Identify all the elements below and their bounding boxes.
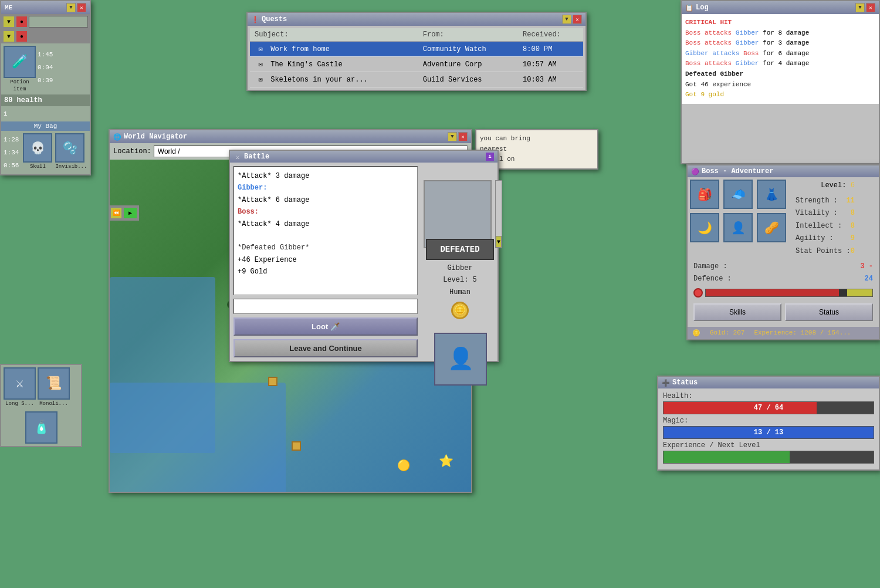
scroll-down-btn[interactable]: ▼ <box>496 236 502 248</box>
vitality-label: Vitality : <box>796 207 838 220</box>
battle-titlebar[interactable]: ⚔️ Battle i <box>230 151 497 163</box>
boss-eq-slot-5[interactable]: 👤 <box>723 213 753 242</box>
map-star: ⭐ <box>439 454 453 468</box>
quest-detail-line-1: you can bring <box>480 134 594 144</box>
leave-continue-button[interactable]: Leave and Continue <box>233 339 418 357</box>
time-3: 0:39 <box>38 74 53 87</box>
boss-eq-slot-2[interactable]: 🧢 <box>723 180 753 209</box>
quests-close-btn[interactable]: ✕ <box>573 15 582 24</box>
status-button[interactable]: Status <box>785 303 873 321</box>
inventory-titlebar[interactable]: ME ▼ ✕ <box>1 1 90 14</box>
strength-value: 11 <box>846 195 854 208</box>
quests-window: ❗ Quests ▼ ✕ Subject: From: Received: ✉️… <box>246 12 587 91</box>
stat-points-value: 0 <box>851 245 855 258</box>
ctrl-down2-btn[interactable]: ▼ <box>3 31 15 42</box>
health-display: 80 health <box>1 94 90 106</box>
loot-box[interactable] <box>424 180 492 248</box>
log-content: CRITICAL HIT Boss attacks Gibber for 8 d… <box>682 14 879 104</box>
ctrl-red2-btn[interactable]: ● <box>16 31 28 42</box>
quest-col-from: From: <box>418 28 518 42</box>
exp-label: Experience / Next Level <box>663 441 874 450</box>
location-label: Location: <box>113 147 151 156</box>
boss-eq-slot-3[interactable]: 👗 <box>757 180 786 209</box>
boss-icon: 🟣 <box>691 167 699 175</box>
battle-chat-input[interactable] <box>233 299 418 314</box>
quest-row-2[interactable]: ✉️ The King's Castle Adventure Corp 10:5… <box>250 57 583 72</box>
quest-subject-3: Skeletons in your ar... <box>270 76 368 84</box>
inventory-minimize-btn[interactable]: ▼ <box>66 3 76 12</box>
enemy-portrait: 👤 <box>434 333 487 386</box>
log-minimize-btn[interactable]: ▼ <box>855 3 865 12</box>
skull-label: Skull <box>23 164 52 170</box>
loot-scrollbar[interactable]: ▼ <box>495 180 502 248</box>
battle-info-btn[interactable]: i <box>486 153 494 161</box>
quest-row-1[interactable]: ✉️ Work from home Community Watch 8:00 P… <box>250 42 583 57</box>
health-bar: 47 / 64 <box>663 401 874 414</box>
log-titlebar[interactable]: 📋 Log ▼ ✕ <box>682 1 879 14</box>
status-titlebar[interactable]: ➕ Status <box>658 377 879 388</box>
boss-level-value: 6 <box>851 181 855 190</box>
battle-entry-3: *Attack* 4 damage <box>238 218 414 230</box>
status-title: Status <box>672 379 698 387</box>
sidebar-items-window: ⚔️ Long S... 📜 Monoli... 🧴 <box>0 364 82 447</box>
long-sword-label: Long S... <box>4 401 36 407</box>
loot-button[interactable]: Loot 🗡️ <box>233 317 418 336</box>
log-entry-3: Gibber attacks Boss for 6 damage <box>685 49 875 59</box>
skull-item[interactable]: 💀 <box>23 133 52 163</box>
status-icon: ➕ <box>662 379 670 387</box>
quest-row-3[interactable]: ✉️ Skeletons in your ar... Guild Service… <box>250 72 583 87</box>
magic-bar-value: 13 / 13 <box>754 428 783 437</box>
boss-titlebar[interactable]: 🟣 Boss - Adventurer <box>688 165 879 177</box>
bottom-item[interactable]: 🧴 <box>25 411 57 444</box>
exp-bar-fill <box>664 451 790 463</box>
map-village-1 <box>268 377 277 386</box>
defence-value: 24 <box>865 273 873 286</box>
quests-minimize-btn[interactable]: ▼ <box>562 15 571 24</box>
battle-entry-gibber-1: Gibber: <box>238 182 414 194</box>
magic-label: Magic: <box>663 417 874 425</box>
invisib-label: Invisib... <box>55 164 87 170</box>
media-prev-btn[interactable]: ⏪ <box>110 207 122 219</box>
health-bar-fill <box>664 402 817 414</box>
log-close-btn[interactable]: ✕ <box>866 3 875 12</box>
world-close-btn[interactable]: ✕ <box>458 132 468 141</box>
inventory-title-label: ME <box>5 4 12 11</box>
skills-button[interactable]: Skills <box>693 303 781 321</box>
world-titlebar[interactable]: 🌐 World Navigator ▼ ✕ <box>110 130 471 143</box>
invisib-item[interactable]: 🫧 <box>55 133 84 163</box>
quest-from-2: Adventure Corp <box>418 57 518 72</box>
quests-titlebar[interactable]: ❗ Quests ▼ ✕ <box>248 13 585 26</box>
enemy-race: Human <box>426 286 494 298</box>
status-content: Health: 47 / 64 Magic: 13 / 13 Experienc… <box>658 388 879 469</box>
log-entry-2: Boss attacks Gibber for 3 damage <box>685 38 875 49</box>
time-4: 1 <box>4 107 87 120</box>
log-entry-critical: CRITICAL HIT <box>685 18 875 28</box>
quest-icon-2: ✉️ <box>255 60 266 69</box>
quest-received-2: 10:57 AM <box>518 57 583 72</box>
ctrl-red-btn[interactable]: ● <box>16 16 28 28</box>
log-entry-1: Boss attacks Gibber for 8 damage <box>685 28 875 39</box>
battle-entry-boss-1: Boss: <box>238 206 414 218</box>
stat-points-label: Stat Points : <box>796 245 851 258</box>
media-play-btn[interactable]: ▶ <box>123 207 137 219</box>
potion-item[interactable]: 🧪 <box>4 46 36 78</box>
boss-eq-slot-1[interactable]: 🎒 <box>690 180 719 209</box>
boss-eq-slot-6[interactable]: 🥜 <box>757 213 786 242</box>
monolith-item[interactable]: 📜 <box>38 367 70 400</box>
battle-window: ⚔️ Battle i *Attack* 3 damage Gibber: *A… <box>229 150 499 362</box>
status-window: ➕ Status Health: 47 / 64 Magic: 13 / 13 … <box>657 376 880 471</box>
quest-received-1: 8:00 PM <box>518 42 583 57</box>
world-title: World Navigator <box>124 133 187 141</box>
exp-bar <box>663 451 874 464</box>
battle-entry-defeated: *Defeated Gibber* <box>238 242 414 254</box>
damage-label: Damage : <box>693 261 727 273</box>
world-icon: 🌐 <box>113 133 121 141</box>
world-minimize-btn[interactable]: ▼ <box>448 132 457 141</box>
quest-received-3: 10:03 AM <box>518 72 583 87</box>
inventory-close-btn[interactable]: ✕ <box>77 3 86 12</box>
boss-gold-display: 🪙 <box>692 329 700 337</box>
boss-equipment-grid: 🎒 🧢 👗 🌙 👤 🥜 <box>690 180 788 258</box>
ctrl-down-btn[interactable]: ▼ <box>3 16 15 28</box>
boss-eq-slot-4[interactable]: 🌙 <box>690 213 719 242</box>
long-sword-item[interactable]: ⚔️ <box>4 367 36 400</box>
